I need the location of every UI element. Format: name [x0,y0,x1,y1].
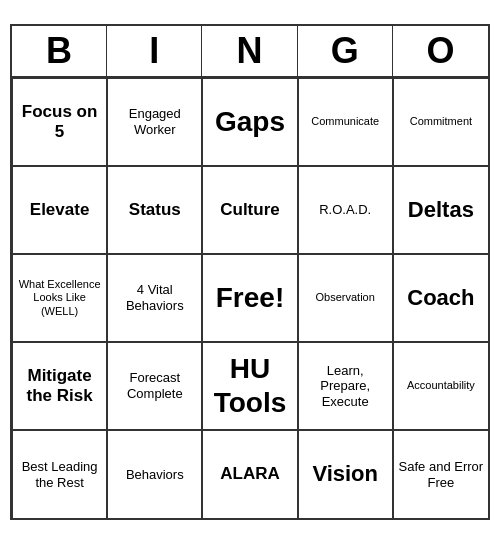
cell-text-18: Learn, Prepare, Execute [303,363,388,410]
cell-text-21: Behaviors [126,467,184,483]
bingo-cell-17: HU Tools [202,342,297,430]
cell-text-10: What Excellence Looks Like (WELL) [17,278,102,318]
bingo-cell-21: Behaviors [107,430,202,518]
cell-text-4: Commitment [410,115,472,128]
cell-text-24: Safe and Error Free [398,459,484,490]
cell-text-0: Focus on 5 [17,102,102,143]
cell-text-3: Communicate [311,115,379,128]
bingo-cell-19: Accountability [393,342,488,430]
cell-text-7: Culture [220,200,280,220]
cell-text-12: Free! [216,281,284,315]
bingo-cell-13: Observation [298,254,393,342]
bingo-cell-1: Engaged Worker [107,78,202,166]
cell-text-6: Status [129,200,181,220]
cell-text-14: Coach [407,285,474,311]
bingo-grid: Focus on 5Engaged WorkerGapsCommunicateC… [12,78,488,518]
bingo-letter-n: N [202,26,297,76]
cell-text-9: Deltas [408,197,474,223]
bingo-cell-7: Culture [202,166,297,254]
bingo-cell-15: Mitigate the Risk [12,342,107,430]
cell-text-23: Vision [312,461,378,487]
bingo-cell-5: Elevate [12,166,107,254]
bingo-cell-18: Learn, Prepare, Execute [298,342,393,430]
bingo-cell-8: R.O.A.D. [298,166,393,254]
bingo-cell-16: Forecast Complete [107,342,202,430]
cell-text-17: HU Tools [207,352,292,419]
cell-text-2: Gaps [215,105,285,139]
bingo-cell-10: What Excellence Looks Like (WELL) [12,254,107,342]
cell-text-15: Mitigate the Risk [17,366,102,407]
bingo-cell-20: Best Leading the Rest [12,430,107,518]
bingo-letter-g: G [298,26,393,76]
cell-text-13: Observation [316,291,375,304]
bingo-cell-2: Gaps [202,78,297,166]
bingo-letter-o: O [393,26,488,76]
bingo-cell-12: Free! [202,254,297,342]
cell-text-20: Best Leading the Rest [17,459,102,490]
bingo-card: BINGO Focus on 5Engaged WorkerGapsCommun… [10,24,490,520]
bingo-cell-22: ALARA [202,430,297,518]
cell-text-16: Forecast Complete [112,370,197,401]
bingo-cell-24: Safe and Error Free [393,430,488,518]
bingo-cell-9: Deltas [393,166,488,254]
cell-text-5: Elevate [30,200,90,220]
bingo-cell-0: Focus on 5 [12,78,107,166]
bingo-cell-3: Communicate [298,78,393,166]
cell-text-22: ALARA [220,464,280,484]
bingo-cell-14: Coach [393,254,488,342]
cell-text-1: Engaged Worker [112,106,197,137]
bingo-cell-23: Vision [298,430,393,518]
cell-text-11: 4 Vital Behaviors [112,282,197,313]
bingo-letter-b: B [12,26,107,76]
cell-text-19: Accountability [407,379,475,392]
bingo-cell-6: Status [107,166,202,254]
cell-text-8: R.O.A.D. [319,202,371,218]
bingo-letter-i: I [107,26,202,76]
bingo-cell-4: Commitment [393,78,488,166]
bingo-cell-11: 4 Vital Behaviors [107,254,202,342]
bingo-header: BINGO [12,26,488,78]
